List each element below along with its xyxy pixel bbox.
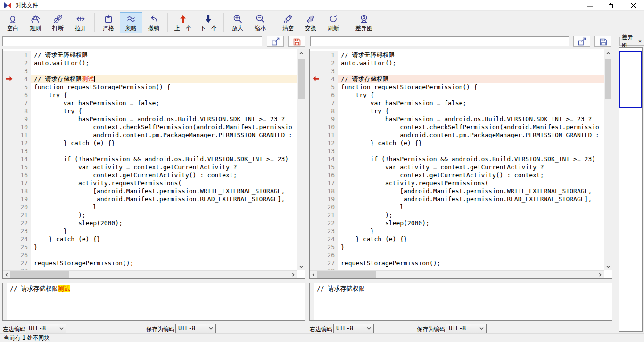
line-number: 11 bbox=[310, 131, 338, 139]
scroll-left-button[interactable] bbox=[3, 271, 10, 278]
left-encoding-select[interactable]: UTF-8 bbox=[26, 324, 66, 333]
code-line: 8 try { bbox=[310, 107, 604, 115]
left-vertical-scrollbar[interactable] bbox=[297, 49, 305, 270]
left-horizontal-scrollbar[interactable] bbox=[3, 270, 297, 278]
toolbar-break-button[interactable]: 打断 bbox=[47, 12, 69, 33]
toolbar-separator bbox=[223, 13, 224, 32]
toolbar-stretch-button[interactable]: 拉开 bbox=[69, 12, 92, 33]
code-line: 2 auto.waitFor(); bbox=[3, 59, 297, 67]
open-right-file-button[interactable] bbox=[573, 36, 590, 47]
code-line: 8 try { bbox=[3, 107, 297, 115]
code-text: auto.waitFor(); bbox=[338, 59, 604, 67]
toolbar-next-button[interactable]: 下一个 bbox=[196, 12, 221, 33]
right-vertical-scrollbar[interactable] bbox=[604, 49, 612, 270]
scroll-down-button[interactable] bbox=[604, 263, 612, 270]
code-line: 15 var activity = context.getCurrentActi… bbox=[310, 163, 604, 171]
toolbar-zoom-in-button[interactable]: 放大 bbox=[226, 12, 249, 33]
toolbar-rule-button[interactable]: 规则 bbox=[24, 12, 47, 33]
code-text: l bbox=[31, 203, 297, 211]
scroll-left-button[interactable] bbox=[310, 271, 317, 278]
right-horizontal-scrollbar[interactable] bbox=[310, 270, 604, 278]
code-text: var hasPermission = false; bbox=[31, 99, 297, 107]
line-number: 9 bbox=[3, 115, 31, 123]
right-file-path-input[interactable] bbox=[310, 36, 569, 46]
code-text: } catch (e) {} bbox=[31, 139, 297, 147]
code-line: 18 [android.Manifest.permission.WRITE_EX… bbox=[3, 187, 297, 195]
diffmap-close-button[interactable]: × bbox=[638, 39, 642, 44]
save-right-file-button[interactable] bbox=[594, 36, 611, 47]
detail-gutter bbox=[3, 283, 7, 320]
code-line: 22 sleep(2000); bbox=[310, 219, 604, 227]
right-encoding-select[interactable]: UTF-8 bbox=[333, 324, 374, 333]
code-line: 12 } catch (e) {} bbox=[3, 139, 297, 147]
scroll-down-button[interactable] bbox=[297, 263, 305, 270]
right-code-area[interactable]: 1 // 请求无障碍权限 2 auto.waitFor(); 3 4 // 请求… bbox=[310, 49, 604, 270]
diffmap-viewport-box[interactable] bbox=[619, 51, 642, 108]
toolbar-undo-button[interactable]: 撤销 bbox=[142, 12, 165, 33]
zoom-in-icon bbox=[232, 14, 243, 24]
left-save-encoding-select[interactable]: UTF-8 bbox=[175, 324, 216, 333]
code-line: 13 bbox=[3, 147, 297, 155]
code-text: ); bbox=[338, 211, 604, 219]
toolbar-strict-button[interactable]: 严格 bbox=[97, 12, 120, 33]
code-line: 20 l bbox=[3, 203, 297, 211]
code-line: 23 } bbox=[310, 227, 604, 235]
code-text: var hasPermission = false; bbox=[338, 99, 604, 107]
toolbar-previous-button[interactable]: 上一个 bbox=[170, 12, 196, 33]
code-text bbox=[31, 251, 297, 259]
open-left-file-button[interactable] bbox=[267, 36, 284, 47]
title-bar: 对比文件 bbox=[0, 0, 644, 11]
horizontal-scroll-thumb[interactable] bbox=[10, 271, 69, 278]
code-text: try { bbox=[338, 91, 604, 99]
close-button[interactable] bbox=[622, 0, 644, 11]
toolbar-zoom-out-button[interactable]: 缩小 bbox=[249, 12, 272, 33]
restore-button[interactable] bbox=[601, 0, 622, 11]
vertical-scroll-thumb[interactable] bbox=[605, 59, 611, 99]
line-number: 13 bbox=[3, 147, 31, 155]
vertical-scroll-thumb[interactable] bbox=[298, 59, 305, 99]
code-text: context.getCurrentActivity() : context; bbox=[338, 171, 604, 179]
toolbar-diffmap-button[interactable]: 差异图 bbox=[350, 12, 378, 33]
code-line: 28 bbox=[310, 267, 604, 270]
diffmap-panel[interactable] bbox=[619, 47, 643, 332]
scroll-right-button[interactable] bbox=[596, 271, 604, 278]
left-file-path-input[interactable] bbox=[2, 36, 262, 46]
line-number: 21 bbox=[3, 211, 31, 219]
line-number: 22 bbox=[3, 219, 31, 227]
code-line: 1 // 请求无障碍权限 bbox=[3, 51, 297, 59]
line-number: 26 bbox=[310, 251, 338, 259]
diff-marker-left-arrow-icon bbox=[312, 75, 320, 82]
toolbar-blank-button[interactable]: 空白 bbox=[1, 12, 24, 33]
line-number: 3 bbox=[310, 67, 338, 75]
left-code-area[interactable]: 1 // 请求无障碍权限 2 auto.waitFor(); 3 4 // 请求… bbox=[3, 49, 297, 270]
code-text: var activity = context.getCurrentActivit… bbox=[31, 163, 297, 171]
toolbar-clear-button[interactable]: 清空 bbox=[277, 12, 299, 33]
open-file-icon bbox=[271, 37, 280, 46]
line-number: 11 bbox=[3, 131, 31, 139]
code-text: requestStoragePermission(); bbox=[338, 259, 604, 267]
toolbar-ignore-button[interactable]: 忽略 bbox=[120, 12, 142, 33]
toolbar-refresh-button[interactable]: 刷新 bbox=[322, 12, 345, 33]
toolbar-separator bbox=[274, 13, 274, 32]
scroll-up-button[interactable] bbox=[297, 49, 305, 57]
line-number: 14 bbox=[3, 155, 31, 163]
save-left-file-button[interactable] bbox=[288, 36, 305, 47]
right-save-encoding-label: 保存为编码 bbox=[417, 326, 445, 334]
right-save-encoding-select[interactable]: UTF-8 bbox=[446, 324, 487, 333]
status-bar: 当前有 1 处不同块 bbox=[0, 333, 644, 342]
code-text: sleep(2000); bbox=[338, 219, 604, 227]
horizontal-scroll-thumb[interactable] bbox=[317, 271, 376, 278]
app-compare-icon bbox=[4, 2, 12, 9]
toolbar-swap-button[interactable]: 交换 bbox=[299, 12, 322, 33]
line-number: 14 bbox=[310, 155, 338, 163]
code-line: 6 try { bbox=[3, 91, 297, 99]
up-arrow-icon bbox=[178, 14, 188, 24]
code-text: } catch (e) {} bbox=[338, 235, 604, 243]
line-number: 9 bbox=[310, 115, 338, 123]
minimize-button[interactable] bbox=[579, 0, 601, 11]
line-number: 3 bbox=[3, 67, 31, 75]
scroll-right-button[interactable] bbox=[289, 271, 297, 278]
code-line: 16 context.getCurrentActivity() : contex… bbox=[310, 171, 604, 179]
scroll-up-button[interactable] bbox=[604, 49, 612, 57]
code-text: } bbox=[338, 243, 604, 251]
